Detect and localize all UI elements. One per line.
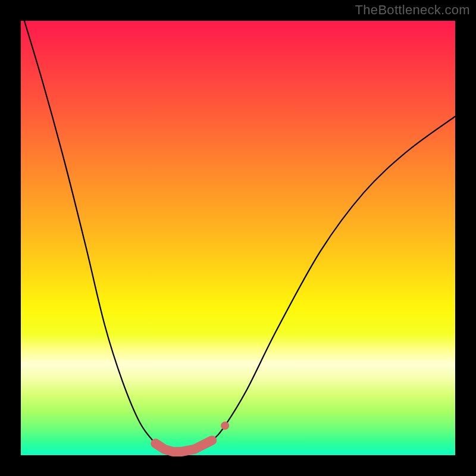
trough-extra-dot <box>221 421 229 430</box>
trough-markers <box>155 440 212 452</box>
watermark-text: TheBottleneck.com <box>355 2 470 18</box>
plot-area <box>21 21 455 455</box>
chart-frame: TheBottleneck.com <box>0 0 476 476</box>
chart-svg <box>21 21 455 455</box>
bottleneck-curve <box>21 9 455 452</box>
